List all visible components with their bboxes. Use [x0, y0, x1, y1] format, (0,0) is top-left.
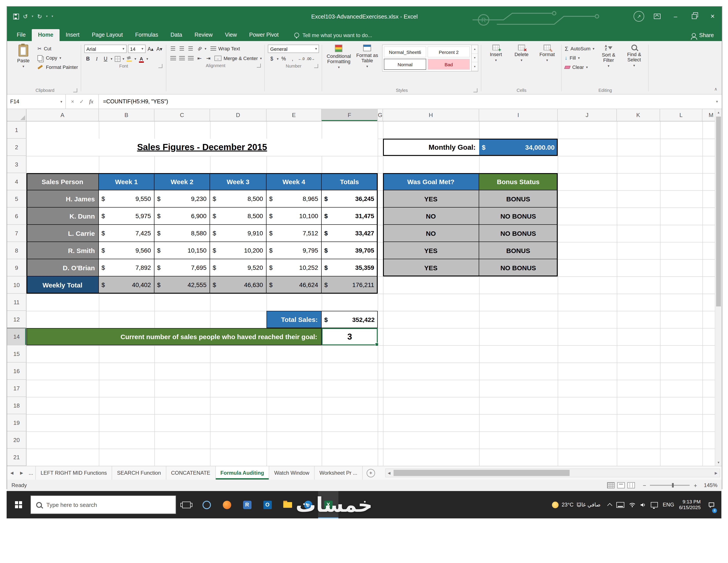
style-normal[interactable]: Normal — [384, 59, 426, 70]
display-icon[interactable] — [651, 502, 658, 507]
dialog-launcher-icon[interactable] — [158, 64, 162, 68]
bonus-cell-I5[interactable]: BONUS — [479, 190, 558, 207]
row-header-4[interactable]: 4 — [7, 173, 26, 190]
column-header-E[interactable]: E — [266, 109, 322, 121]
save-icon[interactable] — [13, 13, 19, 19]
comma-style-button[interactable]: , — [289, 55, 296, 63]
row-header-1[interactable]: 1 — [7, 121, 26, 139]
bold-button[interactable]: B — [84, 55, 92, 63]
new-sheet-icon[interactable]: + — [367, 469, 375, 477]
dialog-launcher-icon[interactable] — [473, 88, 477, 92]
minimize-icon[interactable]: – — [666, 7, 685, 26]
sheet-title[interactable]: Sales Figures - December 2015 — [26, 139, 378, 156]
fill-color-button[interactable] — [126, 55, 133, 63]
grow-font-button[interactable]: A▴ — [147, 45, 154, 53]
wifi-icon[interactable] — [629, 502, 635, 507]
total-cell-F8[interactable]: $39,705 — [322, 242, 378, 259]
page-layout-view-icon[interactable] — [617, 482, 625, 488]
format-painter-button[interactable]: Format Painter — [38, 63, 78, 71]
scroll-up-icon[interactable]: ▴ — [715, 109, 722, 116]
monthly-goal-label[interactable]: Monthly Goal: — [383, 139, 479, 156]
action-center-button[interactable]: 4 — [705, 491, 717, 518]
vertical-scroll-thumb[interactable] — [716, 117, 721, 307]
week-cell-C6[interactable]: $6,900 — [154, 207, 210, 225]
goal-cell-H8[interactable]: YES — [383, 242, 479, 259]
sort-filter-button[interactable]: AZ Sort &Filter ▾ — [597, 43, 620, 68]
undo-icon[interactable]: ↺ — [23, 13, 28, 19]
week-cell-E8[interactable]: $9,795 — [266, 242, 322, 259]
font-name-combo[interactable]: Arial▾ — [84, 45, 127, 53]
goal-cell-H9[interactable]: YES — [383, 259, 479, 276]
column-header-K[interactable]: K — [617, 109, 660, 121]
ribbon-display-options-icon[interactable] — [648, 7, 666, 26]
clear-button[interactable]: Clear▾ — [565, 63, 595, 71]
week-cell-C5[interactable]: $9,230 — [154, 190, 210, 207]
column-header-B[interactable]: B — [99, 109, 154, 121]
insert-cells-button[interactable]: Insert▾ — [484, 43, 507, 62]
zoom-out-icon[interactable]: − — [641, 482, 648, 489]
wrap-text-button[interactable]: Wrap Text — [210, 45, 240, 53]
weather-widget[interactable]: 23°C صافي غالبًا — [549, 491, 603, 518]
row-header-20[interactable]: 20 — [7, 431, 26, 449]
total-sales-label[interactable]: Total Sales: — [266, 311, 322, 328]
row-header-8[interactable]: 8 — [7, 242, 26, 259]
row-header-9[interactable]: 9 — [7, 259, 26, 276]
outlook-button[interactable]: O — [257, 491, 278, 518]
copy-button[interactable]: Copy▾ — [38, 54, 78, 62]
cortana-button[interactable] — [196, 491, 217, 518]
column-header-G[interactable]: G — [378, 109, 383, 121]
collapse-ribbon-icon[interactable]: ∧ — [714, 86, 717, 91]
week-cell-B9[interactable]: $7,892 — [99, 259, 154, 276]
row-header-19[interactable]: 19 — [7, 414, 26, 431]
name-cell-9[interactable]: D. O'Brian — [26, 259, 99, 276]
zoom-slider[interactable] — [650, 485, 690, 486]
header-was-goal-met[interactable]: Was Goal Met? — [383, 173, 479, 190]
week-cell-D7[interactable]: $9,910 — [210, 225, 266, 242]
accounting-format-button[interactable]: $ — [268, 55, 276, 63]
taskbar-search-input[interactable]: Type here to search — [30, 495, 176, 514]
start-button[interactable] — [7, 491, 30, 518]
total-cell-F6[interactable]: $31,475 — [322, 207, 378, 225]
align-left-button[interactable] — [169, 54, 177, 62]
number-format-combo[interactable]: General▾ — [268, 45, 319, 53]
sheet-tab-left-right-mid-functions[interactable]: LEFT RIGHT MID Functions — [36, 466, 112, 480]
fill-button[interactable]: ↓Fill▾ — [565, 54, 595, 62]
header-bonus-status[interactable]: Bonus Status — [479, 173, 558, 190]
name-box-caret-icon[interactable]: ▾ — [60, 100, 62, 103]
dialog-launcher-icon[interactable] — [257, 64, 261, 68]
goal-cell-H7[interactable]: NO — [383, 225, 479, 242]
excel-taskbar-button[interactable]: X — [318, 491, 338, 518]
name-cell-7[interactable]: L. Carrie — [26, 225, 99, 242]
align-right-button[interactable] — [187, 54, 195, 62]
close-icon[interactable]: × — [703, 7, 722, 26]
format-as-table-button[interactable]: Format asTable ▾ — [355, 43, 379, 68]
weekly-total-cell-E[interactable]: $46,624 — [266, 276, 322, 294]
week-cell-B5[interactable]: $9,550 — [99, 190, 154, 207]
share-button[interactable]: Share — [692, 29, 722, 41]
speaker-icon[interactable] — [640, 502, 646, 507]
row-header-12[interactable]: 12 — [7, 311, 26, 328]
week-cell-D6[interactable]: $8,500 — [210, 207, 266, 225]
week-cell-D5[interactable]: $8,500 — [210, 190, 266, 207]
row-header-11[interactable]: 11 — [7, 294, 26, 311]
tell-me-box[interactable]: Tell me what you want to do... — [295, 29, 372, 41]
select-all-corner[interactable] — [7, 109, 26, 121]
ribbon-tab-home[interactable]: Home — [32, 29, 59, 41]
horizontal-scroll-thumb[interactable] — [394, 470, 570, 476]
countif-label[interactable]: Current number of sales people who haved… — [26, 328, 322, 345]
style-bad[interactable]: Bad — [428, 59, 470, 70]
gallery-more-icon[interactable]: ▾ — [472, 62, 478, 71]
row-header-6[interactable]: 6 — [7, 207, 26, 225]
cancel-icon[interactable]: × — [71, 98, 74, 105]
column-header-A[interactable]: A — [26, 109, 99, 121]
name-cell-6[interactable]: K. Dunn — [26, 207, 99, 225]
week-cell-D8[interactable]: $10,200 — [210, 242, 266, 259]
tabs-scroll-left-icon[interactable]: ◀ — [7, 466, 17, 480]
week-cell-B8[interactable]: $9,560 — [99, 242, 154, 259]
expand-formula-bar-icon[interactable]: ▾ — [712, 94, 722, 109]
conditional-formatting-button[interactable]: ConditionalFormatting ▾ — [325, 43, 352, 69]
header-sales-person[interactable]: Sales Person — [26, 173, 99, 190]
align-top-button[interactable] — [169, 45, 177, 53]
style-percent-2[interactable]: Percent 2 — [428, 46, 470, 57]
column-header-H[interactable]: H — [383, 109, 479, 121]
